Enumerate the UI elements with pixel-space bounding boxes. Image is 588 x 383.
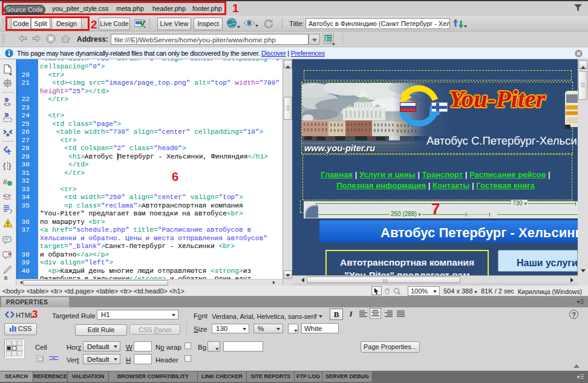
svg-text:{: {	[3, 161, 6, 170]
svg-text:#: #	[3, 178, 7, 186]
svg-text:}: }	[8, 161, 11, 170]
svg-text:<>: <>	[3, 192, 11, 199]
svg-text:<>: <>	[4, 101, 11, 108]
